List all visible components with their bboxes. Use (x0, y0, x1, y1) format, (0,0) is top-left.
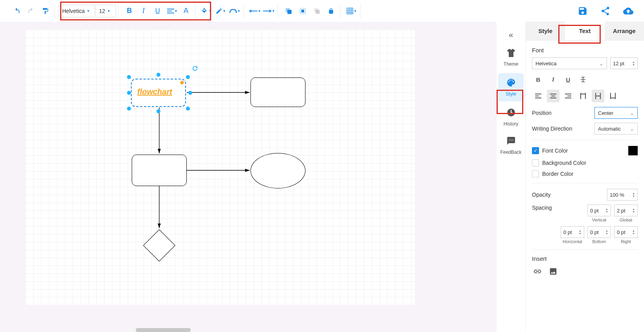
align-center-button[interactable] (547, 90, 559, 102)
spacing-right-input[interactable]: 0 pt▲▼ (614, 226, 638, 238)
sidebar-item-history[interactable]: History (497, 103, 525, 131)
connection-style-button[interactable]: ▾ (228, 4, 241, 18)
font-size-select[interactable]: 12 ▾ (96, 5, 116, 17)
background-color-checkbox[interactable] (532, 159, 539, 166)
panel-strikethrough-button[interactable] (577, 73, 589, 86)
redo-button[interactable] (24, 4, 38, 18)
rotate-handle[interactable] (192, 66, 198, 71)
table-button[interactable]: ▾ (344, 4, 358, 18)
tab-style[interactable]: Style (526, 22, 565, 40)
panel-font-family-select[interactable]: Helvetica ⌄ (532, 57, 607, 69)
shape-rect-2[interactable] (250, 77, 305, 107)
italic-button[interactable]: I (137, 4, 150, 18)
spacing-vertical-input[interactable]: 0 pt▲▼ (587, 205, 611, 216)
fill-color-button[interactable]: ▾ (199, 4, 213, 18)
lock-button[interactable] (324, 4, 338, 18)
font-color-checkbox[interactable]: ✓ (532, 147, 539, 154)
canvas[interactable]: flowchart (26, 30, 415, 305)
panel-body: Font Helvetica ⌄ 12 pt ▲▼ B I U (526, 41, 644, 332)
panel-font-size-input[interactable]: 12 pt ▲▼ (610, 57, 638, 69)
sel-handle-ne[interactable] (186, 75, 190, 79)
arrow-start-button[interactable]: ▾ (248, 4, 261, 18)
align-left-button[interactable] (532, 90, 545, 102)
chevron-down-icon: ⌄ (630, 110, 634, 116)
stepper-icon[interactable]: ▲▼ (632, 208, 635, 213)
format-painter-button[interactable] (39, 4, 52, 18)
arrow-end-button[interactable]: ▾ (262, 4, 275, 18)
shape-diamond[interactable] (143, 229, 175, 262)
chat-icon (506, 136, 516, 148)
spacing-bottom-label: Bottom (592, 239, 606, 244)
border-color-checkbox[interactable] (532, 170, 539, 177)
sidebar-item-feedback[interactable]: FeedBack (497, 131, 525, 160)
spacing-horizontal-value: 0 pt (563, 229, 572, 235)
collapse-sidebar-button[interactable]: « (505, 26, 517, 43)
stepper-icon[interactable]: ▲▼ (632, 229, 635, 235)
tab-arrange[interactable]: Arrange (605, 22, 644, 40)
position-value: Center (598, 110, 613, 116)
align-right-button[interactable] (562, 90, 574, 102)
upload-button[interactable] (620, 3, 636, 19)
spacing-right-label: Right (621, 239, 631, 244)
align-button[interactable]: ▾ (165, 4, 178, 18)
divider (532, 140, 638, 140)
duplicate-button[interactable] (310, 4, 324, 18)
bold-button[interactable]: B (123, 4, 136, 18)
history-label: History (504, 121, 518, 127)
underline-button[interactable]: U (151, 4, 164, 18)
writing-direction-select[interactable]: Automatic ⌄ (594, 123, 638, 135)
font-color-button[interactable]: A (179, 4, 193, 18)
undo-button[interactable] (10, 4, 24, 18)
sel-handle-nw[interactable] (127, 75, 131, 79)
position-select[interactable]: Center ⌄ (594, 107, 638, 119)
sel-handle-sw[interactable] (127, 107, 131, 111)
stepper-icon[interactable]: ▲▼ (632, 61, 635, 66)
insert-image-button[interactable] (548, 266, 559, 277)
anchor-handle[interactable] (180, 80, 184, 85)
shape-ellipse[interactable] (250, 153, 305, 188)
stepper-icon[interactable]: ▲▼ (605, 208, 608, 213)
shape-text: flowchart (137, 87, 172, 96)
stepper-icon[interactable]: ▲▼ (579, 229, 581, 235)
spacing-bottom-input[interactable]: 0 pt▲▼ (587, 226, 611, 238)
arrows-layer (26, 30, 415, 305)
position-label: Position (532, 110, 552, 116)
valign-top-button[interactable] (577, 90, 589, 102)
sel-handle-w[interactable] (127, 91, 131, 95)
svg-rect-8 (316, 10, 320, 14)
horizontal-scrollbar[interactable] (136, 328, 191, 332)
font-color-swatch[interactable] (628, 146, 638, 155)
panel-underline-button[interactable]: U (562, 73, 574, 86)
sel-handle-e[interactable] (188, 91, 192, 95)
sel-handle-s[interactable] (156, 109, 160, 113)
to-front-button[interactable] (282, 4, 295, 18)
spacing-global-input[interactable]: 2 pt▲▼ (614, 205, 638, 216)
insert-link-button[interactable] (532, 266, 543, 277)
font-family-select[interactable]: Helvetica ▾ (59, 5, 95, 17)
valign-bottom-button[interactable] (607, 90, 619, 102)
stepper-icon[interactable]: ▲▼ (605, 229, 608, 235)
stepper-icon[interactable]: ▲▼ (632, 192, 635, 197)
to-back-button[interactable] (296, 4, 309, 18)
svg-rect-9 (347, 8, 353, 14)
share-button[interactable] (598, 3, 613, 19)
spacing-label: Spacing (532, 205, 552, 211)
feedback-label: FeedBack (500, 149, 521, 155)
spacing-horizontal-input[interactable]: 0 pt▲▼ (561, 226, 584, 238)
opacity-input[interactable]: 100 % ▲▼ (607, 189, 638, 201)
insert-section-title: Insert (532, 255, 638, 262)
shape-rect-3[interactable] (132, 155, 187, 186)
style-label: Style (506, 91, 516, 97)
sidebar-item-style[interactable]: Style (498, 73, 524, 101)
sidebar-item-theme[interactable]: Theme (497, 43, 525, 72)
line-color-button[interactable]: ▾ (213, 4, 227, 18)
sel-handle-se[interactable] (186, 107, 190, 111)
panel-italic-button[interactable]: I (547, 73, 559, 86)
shape-flowchart-selected[interactable]: flowchart (131, 79, 186, 107)
panel-bold-button[interactable]: B (532, 73, 545, 86)
tab-text[interactable]: Text (565, 22, 604, 40)
sel-handle-n[interactable] (156, 73, 160, 77)
save-button[interactable] (575, 3, 591, 19)
valign-middle-button[interactable] (592, 90, 604, 102)
main-area: flowchart « Theme St (0, 22, 644, 332)
